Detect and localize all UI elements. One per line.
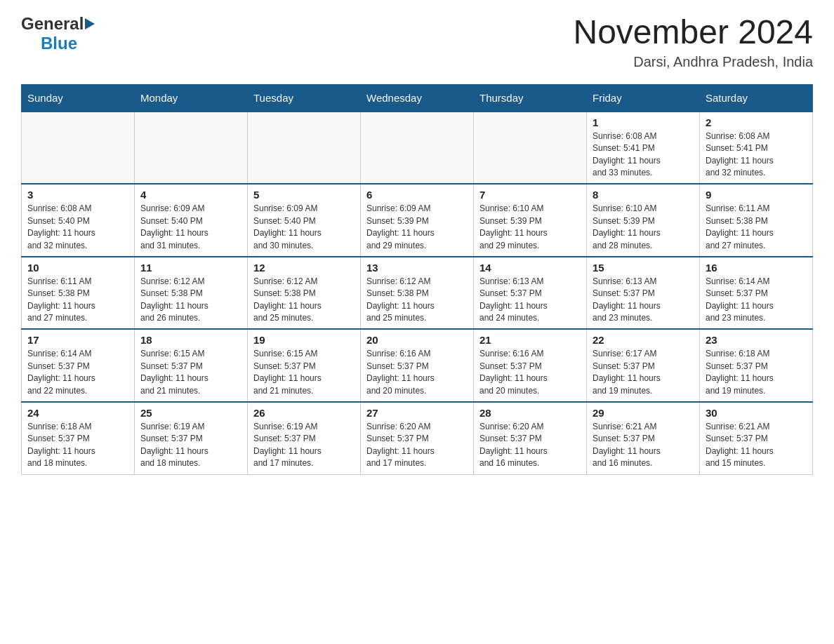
table-row: 3Sunrise: 6:08 AM Sunset: 5:40 PM Daylig… [22, 184, 135, 257]
day-info: Sunrise: 6:18 AM Sunset: 5:37 PM Dayligh… [706, 348, 807, 397]
day-number: 26 [253, 407, 355, 419]
day-number: 19 [253, 334, 355, 346]
table-row: 5Sunrise: 6:09 AM Sunset: 5:40 PM Daylig… [248, 184, 361, 257]
day-number: 1 [593, 116, 694, 128]
day-number: 8 [593, 189, 694, 201]
day-info: Sunrise: 6:08 AM Sunset: 5:41 PM Dayligh… [706, 130, 807, 180]
day-info: Sunrise: 6:11 AM Sunset: 5:38 PM Dayligh… [706, 203, 807, 252]
day-number: 22 [593, 334, 694, 346]
day-info: Sunrise: 6:21 AM Sunset: 5:37 PM Dayligh… [706, 421, 807, 470]
col-friday: Friday [587, 84, 700, 112]
table-row: 23Sunrise: 6:18 AM Sunset: 5:37 PM Dayli… [700, 329, 813, 402]
calendar-week-row: 24Sunrise: 6:18 AM Sunset: 5:37 PM Dayli… [22, 402, 813, 474]
table-row: 24Sunrise: 6:18 AM Sunset: 5:37 PM Dayli… [22, 402, 135, 474]
table-row: 1Sunrise: 6:08 AM Sunset: 5:41 PM Daylig… [587, 112, 700, 185]
day-info: Sunrise: 6:16 AM Sunset: 5:37 PM Dayligh… [366, 348, 468, 397]
day-info: Sunrise: 6:09 AM Sunset: 5:40 PM Dayligh… [140, 203, 241, 252]
calendar-week-row: 17Sunrise: 6:14 AM Sunset: 5:37 PM Dayli… [22, 329, 813, 402]
day-info: Sunrise: 6:15 AM Sunset: 5:37 PM Dayligh… [253, 348, 355, 397]
day-number: 6 [366, 189, 468, 201]
col-monday: Monday [135, 84, 248, 112]
title-section: November 2024 Darsi, Andhra Pradesh, Ind… [573, 14, 813, 70]
day-info: Sunrise: 6:20 AM Sunset: 5:37 PM Dayligh… [366, 421, 468, 470]
col-wednesday: Wednesday [361, 84, 474, 112]
day-info: Sunrise: 6:12 AM Sunset: 5:38 PM Dayligh… [253, 276, 355, 325]
table-row [22, 112, 135, 185]
day-number: 20 [366, 334, 468, 346]
table-row: 25Sunrise: 6:19 AM Sunset: 5:37 PM Dayli… [135, 402, 248, 474]
day-number: 16 [706, 262, 807, 274]
day-number: 5 [253, 189, 355, 201]
col-thursday: Thursday [474, 84, 587, 112]
day-number: 7 [479, 189, 581, 201]
day-number: 18 [140, 334, 241, 346]
day-number: 10 [27, 262, 128, 274]
day-info: Sunrise: 6:10 AM Sunset: 5:39 PM Dayligh… [593, 203, 694, 252]
table-row: 2Sunrise: 6:08 AM Sunset: 5:41 PM Daylig… [700, 112, 813, 185]
table-row: 18Sunrise: 6:15 AM Sunset: 5:37 PM Dayli… [135, 329, 248, 402]
day-number: 27 [366, 407, 468, 419]
calendar-week-row: 3Sunrise: 6:08 AM Sunset: 5:40 PM Daylig… [22, 184, 813, 257]
day-number: 2 [706, 116, 807, 128]
day-info: Sunrise: 6:12 AM Sunset: 5:38 PM Dayligh… [140, 276, 241, 325]
table-row: 11Sunrise: 6:12 AM Sunset: 5:38 PM Dayli… [135, 257, 248, 330]
day-info: Sunrise: 6:19 AM Sunset: 5:37 PM Dayligh… [253, 421, 355, 470]
day-number: 12 [253, 262, 355, 274]
table-row: 6Sunrise: 6:09 AM Sunset: 5:39 PM Daylig… [361, 184, 474, 257]
table-row: 10Sunrise: 6:11 AM Sunset: 5:38 PM Dayli… [22, 257, 135, 330]
day-number: 11 [140, 262, 241, 274]
table-row: 8Sunrise: 6:10 AM Sunset: 5:39 PM Daylig… [587, 184, 700, 257]
day-number: 13 [366, 262, 468, 274]
col-saturday: Saturday [700, 84, 813, 112]
page-header: General Blue November 2024 Darsi, Andhra… [21, 14, 813, 70]
table-row: 7Sunrise: 6:10 AM Sunset: 5:39 PM Daylig… [474, 184, 587, 257]
table-row: 15Sunrise: 6:13 AM Sunset: 5:37 PM Dayli… [587, 257, 700, 330]
table-row: 21Sunrise: 6:16 AM Sunset: 5:37 PM Dayli… [474, 329, 587, 402]
logo-blue-text: Blue [41, 34, 77, 53]
day-info: Sunrise: 6:17 AM Sunset: 5:37 PM Dayligh… [593, 348, 694, 397]
table-row: 12Sunrise: 6:12 AM Sunset: 5:38 PM Dayli… [248, 257, 361, 330]
table-row: 20Sunrise: 6:16 AM Sunset: 5:37 PM Dayli… [361, 329, 474, 402]
table-row [135, 112, 248, 185]
col-tuesday: Tuesday [248, 84, 361, 112]
day-info: Sunrise: 6:14 AM Sunset: 5:37 PM Dayligh… [27, 348, 128, 397]
day-info: Sunrise: 6:13 AM Sunset: 5:37 PM Dayligh… [479, 276, 581, 325]
day-info: Sunrise: 6:15 AM Sunset: 5:37 PM Dayligh… [140, 348, 241, 397]
day-number: 14 [479, 262, 581, 274]
day-info: Sunrise: 6:14 AM Sunset: 5:37 PM Dayligh… [706, 276, 807, 325]
table-row: 13Sunrise: 6:12 AM Sunset: 5:38 PM Dayli… [361, 257, 474, 330]
day-info: Sunrise: 6:12 AM Sunset: 5:38 PM Dayligh… [366, 276, 468, 325]
day-number: 17 [27, 334, 128, 346]
day-info: Sunrise: 6:13 AM Sunset: 5:37 PM Dayligh… [593, 276, 694, 325]
table-row: 9Sunrise: 6:11 AM Sunset: 5:38 PM Daylig… [700, 184, 813, 257]
col-sunday: Sunday [22, 84, 135, 112]
calendar-header-row: Sunday Monday Tuesday Wednesday Thursday… [22, 84, 813, 112]
day-number: 28 [479, 407, 581, 419]
day-number: 3 [27, 189, 128, 201]
day-info: Sunrise: 6:08 AM Sunset: 5:40 PM Dayligh… [27, 203, 128, 252]
day-number: 9 [706, 189, 807, 201]
day-number: 24 [27, 407, 128, 419]
table-row [361, 112, 474, 185]
calendar-week-row: 10Sunrise: 6:11 AM Sunset: 5:38 PM Dayli… [22, 257, 813, 330]
day-number: 23 [706, 334, 807, 346]
table-row: 30Sunrise: 6:21 AM Sunset: 5:37 PM Dayli… [700, 402, 813, 474]
table-row: 29Sunrise: 6:21 AM Sunset: 5:37 PM Dayli… [587, 402, 700, 474]
table-row: 4Sunrise: 6:09 AM Sunset: 5:40 PM Daylig… [135, 184, 248, 257]
svg-marker-0 [85, 18, 95, 29]
table-row: 26Sunrise: 6:19 AM Sunset: 5:37 PM Dayli… [248, 402, 361, 474]
calendar-week-row: 1Sunrise: 6:08 AM Sunset: 5:41 PM Daylig… [22, 112, 813, 185]
table-row [248, 112, 361, 185]
day-number: 4 [140, 189, 241, 201]
table-row: 16Sunrise: 6:14 AM Sunset: 5:37 PM Dayli… [700, 257, 813, 330]
day-info: Sunrise: 6:09 AM Sunset: 5:39 PM Dayligh… [366, 203, 468, 252]
logo-general-text: General [21, 14, 84, 34]
table-row: 28Sunrise: 6:20 AM Sunset: 5:37 PM Dayli… [474, 402, 587, 474]
day-info: Sunrise: 6:11 AM Sunset: 5:38 PM Dayligh… [27, 276, 128, 325]
day-info: Sunrise: 6:21 AM Sunset: 5:37 PM Dayligh… [593, 421, 694, 470]
table-row: 14Sunrise: 6:13 AM Sunset: 5:37 PM Dayli… [474, 257, 587, 330]
day-info: Sunrise: 6:16 AM Sunset: 5:37 PM Dayligh… [479, 348, 581, 397]
day-number: 15 [593, 262, 694, 274]
day-number: 25 [140, 407, 241, 419]
day-info: Sunrise: 6:10 AM Sunset: 5:39 PM Dayligh… [479, 203, 581, 252]
